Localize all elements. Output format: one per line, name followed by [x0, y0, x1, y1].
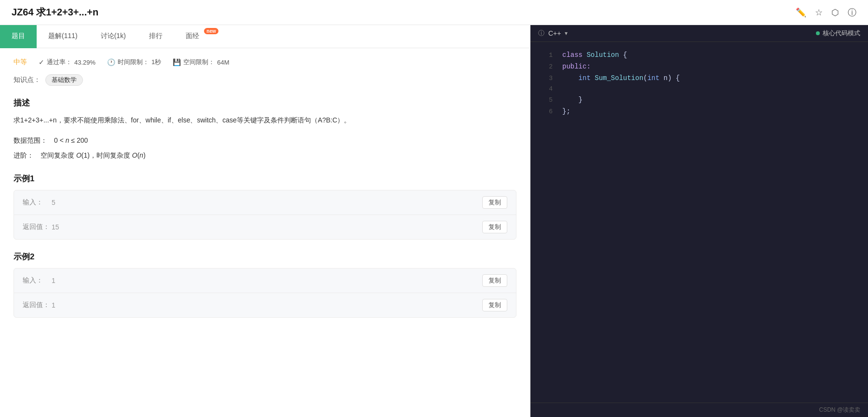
line-num-5: 5 [538, 95, 553, 106]
example-2-input-row: 输入： 1 复制 [14, 269, 516, 293]
line-num-1: 1 [538, 50, 553, 61]
example-1-output-value: 15 [52, 223, 482, 231]
difficulty-badge: 中等 [14, 58, 27, 67]
page-title: JZ64 求1+2+3+...+n [12, 6, 98, 19]
constraint-title: 数据范围： 0 < n ≤ 200 [14, 136, 88, 144]
tab-solutions[interactable]: 题解(111) [37, 25, 89, 48]
code-line-1: 1 class Solution { [530, 50, 868, 61]
tab-problem[interactable]: 题目 [0, 25, 37, 48]
example-1-input-label: 输入： [23, 198, 52, 207]
example-1-input-copy[interactable]: 复制 [482, 196, 507, 209]
clock-icon: 🕐 [107, 58, 115, 66]
info-icon[interactable]: ⓘ [848, 7, 856, 18]
editor-header: ⓘ C++ ▾ 核心代码模式 [530, 25, 868, 42]
example-2-box: 输入： 1 复制 返回值： 1 复制 [14, 268, 516, 318]
example-1-input-value: 5 [52, 199, 482, 206]
time-limit-value: 1秒 [151, 58, 161, 67]
language-selector[interactable]: ⓘ C++ ▾ [538, 29, 568, 38]
description-text: 求1+2+3+...+n，要求不能使用乘除法、for、while、if、else… [14, 114, 516, 126]
tabs-bar: 题目 题解(111) 讨论(1k) 排行 面经 new [0, 25, 530, 48]
code-content-3: int Sum_Solution(int n) { [562, 73, 680, 84]
example-2-output-copy[interactable]: 复制 [482, 299, 507, 311]
example-1-output-label: 返回值： [23, 223, 52, 231]
tab-ranking[interactable]: 排行 [137, 25, 174, 48]
example-1-box: 输入： 5 复制 返回值： 15 复制 [14, 190, 516, 240]
tab-interview[interactable]: 面经 new [174, 25, 220, 48]
chevron-down-icon: ▾ [565, 30, 568, 37]
time-limit-label: 时间限制： [118, 58, 149, 67]
left-panel: 题目 题解(111) 讨论(1k) 排行 面经 new 中等 ✓ [0, 25, 530, 417]
tag-basic-math[interactable]: 基础数学 [45, 74, 83, 86]
editor-bottom-bar: CSDN @读卖卖 [530, 403, 868, 417]
example-2-input-copy[interactable]: 复制 [482, 274, 507, 287]
example-1-input-row: 输入： 5 复制 [14, 190, 516, 215]
disk-icon: 💾 [173, 58, 181, 66]
line-num-2: 2 [538, 62, 553, 72]
line-num-6: 6 [538, 107, 553, 117]
code-line-3: 3 int Sum_Solution(int n) { [530, 73, 868, 84]
example-2-input-label: 输入： [23, 276, 52, 285]
code-content-1: class Solution { [562, 50, 627, 61]
code-editor[interactable]: 1 class Solution { 2 public: 3 int Sum_S… [530, 42, 868, 403]
space-limit-item: 💾 空间限制： 64M [173, 58, 229, 67]
lang-icon: ⓘ [538, 29, 544, 38]
advance-text: 进阶： 空间复杂度 O(1)，时间复杂度 O(n) [14, 149, 516, 162]
meta-row: 中等 ✓ 通过率： 43.29% 🕐 时间限制： 1秒 💾 空间限制： 64M [14, 58, 516, 67]
time-limit-item: 🕐 时间限制： 1秒 [107, 58, 161, 67]
example-2-output-value: 1 [52, 301, 482, 309]
tags-label: 知识点： [14, 76, 41, 84]
example-2-output-label: 返回值： [23, 301, 52, 309]
pass-rate-item: ✓ 通过率： 43.29% [39, 58, 95, 67]
code-line-4: 4 [530, 84, 868, 94]
example-1-section: 示例1 输入： 5 复制 返回值： 15 复制 [14, 173, 516, 240]
mode-dot [816, 31, 820, 35]
pass-rate-label: 通过率： [47, 58, 72, 67]
advance-label: 进阶： 空间复杂度 O(1)，时间复杂度 O(n) [14, 151, 146, 159]
header-icons: ✏️ ☆ ⬡ ⓘ [796, 7, 856, 18]
right-panel: ⓘ C++ ▾ 核心代码模式 1 class Solution { 2 [530, 25, 868, 417]
code-line-2: 2 public: [530, 61, 868, 73]
example-1-output-row: 返回值： 15 复制 [14, 215, 516, 239]
share-icon[interactable]: ⬡ [831, 7, 839, 18]
code-line-6: 6 }; [530, 106, 868, 118]
example-1-output-copy[interactable]: 复制 [482, 221, 507, 233]
constraint-text: 数据范围： 0 < n ≤ 200 [14, 134, 516, 147]
example-2-output-row: 返回值： 1 复制 [14, 293, 516, 317]
example-2-title: 示例2 [14, 251, 516, 262]
example-1-title: 示例1 [14, 173, 516, 184]
language-label: C++ [548, 29, 561, 37]
mode-badge: 核心代码模式 [816, 29, 860, 38]
tab-discuss[interactable]: 讨论(1k) [89, 25, 137, 48]
line-num-3: 3 [538, 73, 553, 84]
code-content-6: }; [562, 106, 570, 118]
pass-rate-value: 43.29% [74, 59, 95, 66]
description-title: 描述 [14, 97, 516, 108]
star-icon[interactable]: ☆ [815, 7, 823, 18]
problem-content: 中等 ✓ 通过率： 43.29% 🕐 时间限制： 1秒 💾 空间限制： 64M [0, 48, 530, 417]
top-header: JZ64 求1+2+3+...+n ✏️ ☆ ⬡ ⓘ [0, 0, 868, 25]
tags-row: 知识点： 基础数学 [14, 74, 516, 86]
code-content-5: } [562, 94, 583, 106]
code-line-5: 5 } [530, 94, 868, 106]
new-badge: new [204, 28, 218, 34]
check-icon: ✓ [39, 58, 44, 66]
mode-label: 核心代码模式 [823, 29, 860, 38]
main-layout: 题目 题解(111) 讨论(1k) 排行 面经 new 中等 ✓ [0, 25, 868, 417]
edit-icon[interactable]: ✏️ [796, 7, 806, 18]
line-num-4: 4 [538, 84, 553, 94]
bottom-text: CSDN @读卖卖 [819, 406, 860, 413]
example-2-input-value: 1 [52, 277, 482, 284]
code-content-2: public: [562, 61, 591, 73]
space-limit-value: 64M [217, 59, 229, 66]
description-section: 描述 求1+2+3+...+n，要求不能使用乘除法、for、while、if、e… [14, 97, 516, 161]
space-limit-label: 空间限制： [183, 58, 215, 67]
example-2-section: 示例2 输入： 1 复制 返回值： 1 复制 [14, 251, 516, 318]
